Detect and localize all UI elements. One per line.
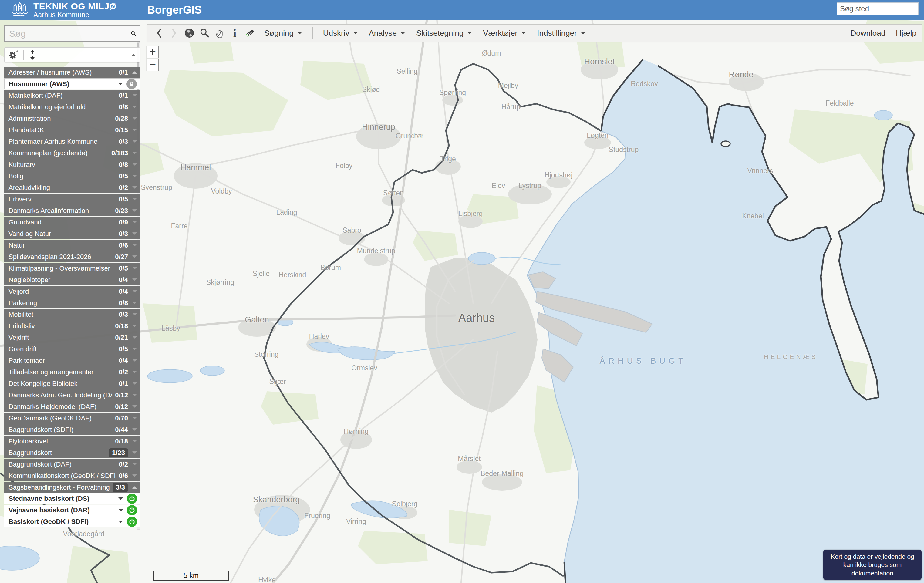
chevron-down-icon[interactable]	[132, 255, 137, 260]
info-icon[interactable]: i	[228, 27, 241, 40]
chevron-down-icon[interactable]	[132, 371, 137, 375]
forward-icon[interactable]	[168, 27, 180, 40]
collapse-panel-icon[interactable]	[131, 51, 136, 56]
chevron-down-icon[interactable]	[132, 244, 137, 249]
layer-group-row[interactable]: Flyfotoarkivet0/18	[4, 436, 140, 447]
toolbar-link-hjælp[interactable]: Hjælp	[896, 28, 916, 38]
layer-group-row[interactable]: Kommunikationskort (GeoDK / SDFI)0/6	[4, 470, 140, 481]
toolbar-menu-indstillinger[interactable]: Indstillinger	[537, 28, 586, 38]
layer-group-row[interactable]: Adresser / husnumre (AWS)0/1	[4, 67, 140, 78]
toolbar-menu-søgning[interactable]: Søgning	[264, 28, 302, 38]
layer-group-row[interactable]: Sagsbehandlingskort - Forvaltningstjenes…	[4, 482, 140, 493]
chevron-down-icon[interactable]	[132, 209, 137, 214]
chevron-down-icon[interactable]	[132, 359, 137, 364]
layer-group-row[interactable]: PlandataDK0/15	[4, 124, 140, 135]
layer-group-row[interactable]: Det Kongelige Bibliotek0/1	[4, 378, 140, 389]
toolbar-menu-udskriv[interactable]: Udskriv	[323, 28, 358, 38]
toolbar-menu-skitsetegning[interactable]: Skitsetegning	[416, 28, 472, 38]
layer-settings-gear-icon[interactable]	[8, 50, 18, 60]
chevron-down-icon[interactable]	[132, 405, 137, 410]
chevron-down-icon[interactable]	[132, 152, 137, 157]
layer-group-row[interactable]: Plantemaer Aarhus Kommune0/3	[4, 136, 140, 147]
back-icon[interactable]	[153, 27, 165, 40]
chevron-down-icon[interactable]	[118, 497, 123, 502]
place-search-input[interactable]	[837, 5, 924, 13]
layer-group-row[interactable]: Matrikelkort og ejerforhold0/8	[4, 101, 140, 112]
chevron-down-icon[interactable]	[132, 302, 137, 306]
layer-group-row[interactable]: Husnummer (AWS)	[4, 78, 140, 89]
layer-group-row[interactable]: Parkering0/8	[4, 297, 140, 309]
globe-icon[interactable]	[183, 27, 196, 40]
chevron-down-icon[interactable]	[132, 140, 137, 145]
layer-group-row[interactable]: Bolig0/5	[4, 170, 140, 182]
layer-group-row[interactable]: Klimatilpasning - Oversvømmelser0/5	[4, 263, 140, 274]
layer-group-row[interactable]: Erhverv0/5	[4, 193, 140, 205]
chevron-down-icon[interactable]	[132, 175, 137, 180]
chevron-down-icon[interactable]	[132, 221, 137, 226]
chevron-up-icon[interactable]	[132, 484, 137, 489]
power-on-icon[interactable]	[127, 505, 137, 515]
chevron-up-icon[interactable]	[132, 69, 137, 74]
toolbar-menu-analyse[interactable]: Analyse	[369, 28, 406, 38]
layer-group-row[interactable]: Vejnavne basiskort (DAR)	[4, 505, 140, 516]
chevron-down-icon[interactable]	[132, 232, 137, 237]
layer-group-row[interactable]: Danmarks Arealinformation0/23	[4, 205, 140, 216]
chevron-down-icon[interactable]	[132, 163, 137, 168]
layer-group-row[interactable]: Grundvand0/9	[4, 216, 140, 228]
power-on-icon[interactable]	[127, 517, 137, 527]
chevron-down-icon[interactable]	[132, 336, 137, 341]
layer-group-row[interactable]: Tilladelser og arrangementer0/2	[4, 367, 140, 378]
chevron-down-icon[interactable]	[132, 348, 137, 352]
zoom-in-button[interactable]: +	[147, 46, 158, 58]
chevron-down-icon[interactable]	[132, 94, 137, 99]
chevron-down-icon[interactable]	[132, 451, 137, 456]
layer-group-row[interactable]: Baggrundskort (DAF)0/2	[4, 459, 140, 470]
layer-group-row[interactable]: Vejdrift0/21	[4, 332, 140, 343]
layer-group-row[interactable]: Vand og Natur0/3	[4, 228, 140, 239]
layer-group-row[interactable]: Kommuneplan (gældende)0/183	[4, 147, 140, 159]
layer-group-row[interactable]: Grøn drift0/5	[4, 344, 140, 355]
chevron-down-icon[interactable]	[132, 117, 137, 122]
measure-icon[interactable]	[244, 27, 256, 40]
layer-group-row[interactable]: Baggrundskort (SDFI)0/44	[4, 424, 140, 435]
chevron-down-icon[interactable]	[132, 129, 137, 134]
layer-group-row[interactable]: Friluftsliv0/18	[4, 320, 140, 332]
chevron-down-icon[interactable]	[132, 463, 137, 468]
chevron-down-icon[interactable]	[132, 279, 137, 283]
layer-group-row[interactable]: Basiskort (GeoDK / SDFI)	[4, 516, 140, 527]
chevron-down-icon[interactable]	[132, 198, 137, 203]
layer-group-row[interactable]: Danmarks Adm. Geo. Inddeling (DAF)0/12	[4, 390, 140, 401]
power-on-icon[interactable]	[127, 494, 137, 504]
chevron-down-icon[interactable]	[132, 474, 137, 479]
lock-icon[interactable]	[127, 79, 137, 89]
layer-group-row[interactable]: Spildevandsplan 2021-20260/27	[4, 251, 140, 263]
chevron-down-icon[interactable]	[132, 440, 137, 445]
layer-group-row[interactable]: Administration0/28	[4, 113, 140, 124]
layer-group-row[interactable]: Nøglebiotoper0/4	[4, 274, 140, 286]
chevron-down-icon[interactable]	[132, 382, 137, 387]
search-icon[interactable]	[130, 28, 137, 40]
layer-group-row[interactable]: Vejjord0/4	[4, 286, 140, 297]
layer-group-row[interactable]: Mobilitet0/3	[4, 309, 140, 320]
chevron-down-icon[interactable]	[132, 186, 137, 191]
layer-group-row[interactable]: Natur0/6	[4, 239, 140, 251]
pan-hand-icon[interactable]	[213, 27, 226, 40]
chevron-down-icon[interactable]	[132, 106, 137, 111]
chevron-down-icon[interactable]	[132, 428, 137, 433]
chevron-down-icon[interactable]	[132, 325, 137, 329]
chevron-down-icon[interactable]	[118, 520, 123, 525]
chevron-down-icon[interactable]	[118, 509, 123, 514]
zoom-out-button[interactable]: −	[147, 59, 158, 71]
layer-group-row[interactable]: Stednavne basiskort (DS)	[4, 493, 140, 504]
reorder-arrows-icon[interactable]	[28, 50, 36, 60]
chevron-down-icon[interactable]	[132, 290, 137, 295]
chevron-down-icon[interactable]	[118, 83, 123, 88]
toolbar-menu-værktøjer[interactable]: Værktøjer	[483, 28, 526, 38]
zoom-search-icon[interactable]	[198, 27, 211, 40]
chevron-down-icon[interactable]	[132, 417, 137, 422]
layer-group-row[interactable]: Park temaer0/4	[4, 355, 140, 366]
layer-group-row[interactable]: Kulturarv0/8	[4, 159, 140, 170]
layer-search-input[interactable]	[5, 28, 130, 39]
chevron-down-icon[interactable]	[132, 267, 137, 272]
layer-group-row[interactable]: Danmarks Højdemodel (DAF)0/12	[4, 401, 140, 412]
